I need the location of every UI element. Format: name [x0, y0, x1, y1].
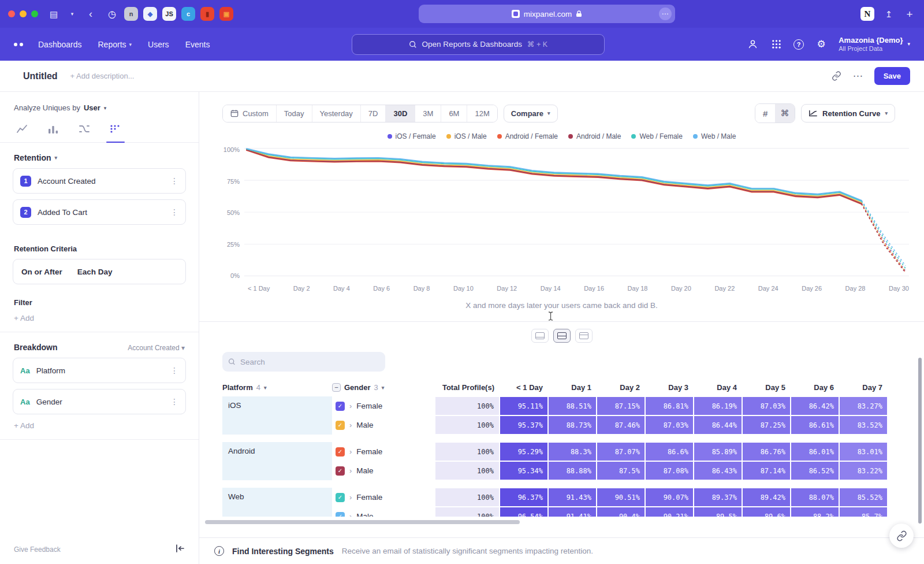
- window-controls[interactable]: [8, 10, 38, 17]
- gender-checkbox[interactable]: ✓: [336, 512, 345, 517]
- day-column-header[interactable]: Day 3: [645, 383, 694, 392]
- c-extension-icon[interactable]: c: [181, 7, 195, 21]
- retention-value-cell[interactable]: 83.01%: [839, 442, 888, 461]
- chevron-right-icon[interactable]: ›: [349, 421, 352, 429]
- report-title[interactable]: Untitled: [23, 71, 58, 81]
- day-column-header[interactable]: < 1 Day: [500, 383, 548, 392]
- day-column-header[interactable]: Day 4: [694, 383, 742, 392]
- range-6m[interactable]: 6M: [441, 105, 467, 122]
- compare-button[interactable]: Compare▾: [504, 105, 558, 123]
- tab-funnels-icon[interactable]: [46, 120, 60, 142]
- gender-column-header[interactable]: –Gender3▾: [332, 383, 435, 392]
- nav-item-events[interactable]: Events: [185, 40, 210, 49]
- cube-extension-icon[interactable]: ◆: [143, 7, 157, 21]
- day-column-header[interactable]: Day 5: [742, 383, 791, 392]
- filter-add-button[interactable]: + Add: [14, 314, 185, 322]
- breakdown-item-gender[interactable]: AaGender⋮: [13, 389, 186, 414]
- retention-value-cell[interactable]: 86.76%: [742, 442, 791, 461]
- day-column-header[interactable]: Day 2: [597, 383, 645, 392]
- share-icon[interactable]: ↥: [882, 8, 895, 20]
- legend-item[interactable]: iOS / Female: [388, 132, 436, 140]
- range-30d[interactable]: 30D: [386, 105, 415, 122]
- retention-section-heading[interactable]: Retention▾: [14, 153, 185, 162]
- retention-value-cell[interactable]: 86.52%: [791, 461, 839, 480]
- legend-item[interactable]: iOS / Male: [446, 132, 487, 140]
- chevron-down-icon[interactable]: ▾: [66, 8, 79, 20]
- retention-value-cell[interactable]: 86.01%: [791, 442, 839, 461]
- n-extension-icon[interactable]: n: [124, 7, 138, 21]
- gender-checkbox[interactable]: ✓: [336, 421, 345, 430]
- range-12m[interactable]: 12M: [467, 105, 497, 122]
- breakdown-add-button[interactable]: + Add: [14, 421, 185, 430]
- table-search-input[interactable]: [240, 358, 379, 366]
- retention-value-cell[interactable]: 90.4%: [597, 507, 645, 517]
- retention-value-cell[interactable]: 83.27%: [839, 396, 888, 415]
- chevron-right-icon[interactable]: ›: [349, 447, 352, 456]
- retention-value-cell[interactable]: 86.42%: [791, 396, 839, 415]
- split-rows-view-icon[interactable]: [553, 329, 571, 343]
- copy-link-icon[interactable]: [832, 71, 841, 81]
- chevron-right-icon[interactable]: ›: [349, 512, 352, 517]
- table-search[interactable]: [222, 352, 385, 372]
- retention-value-cell[interactable]: 89.5%: [694, 507, 742, 517]
- clock-extension-icon[interactable]: ◷: [105, 7, 119, 21]
- retention-value-cell[interactable]: 90.21%: [645, 507, 694, 517]
- kebab-menu-icon[interactable]: ⋮: [170, 176, 178, 185]
- red-app-extension-icon[interactable]: ▣: [219, 7, 233, 21]
- gender-checkbox[interactable]: ✓: [336, 493, 345, 502]
- analyze-uniques-row[interactable]: Analyze Uniques by User ▾: [0, 92, 199, 118]
- retention-value-cell[interactable]: 86.81%: [645, 396, 694, 415]
- breakdown-applies-to[interactable]: Account Created ▾: [128, 344, 185, 352]
- retention-value-cell[interactable]: 90.07%: [645, 488, 694, 507]
- retention-value-cell[interactable]: 85.52%: [839, 488, 888, 507]
- retention-value-cell[interactable]: 88.73%: [548, 415, 597, 435]
- demo-user-icon[interactable]: [746, 38, 759, 51]
- retention-value-cell[interactable]: 87.14%: [742, 461, 791, 480]
- retention-value-cell[interactable]: 86.44%: [694, 415, 742, 435]
- new-tab-icon[interactable]: +: [903, 8, 916, 20]
- indeterminate-checkbox[interactable]: –: [332, 383, 341, 392]
- retention-value-cell[interactable]: 87.07%: [597, 442, 645, 461]
- kebab-menu-icon[interactable]: ⋮: [170, 366, 178, 375]
- retention-value-cell[interactable]: 86.19%: [694, 396, 742, 415]
- retention-value-cell[interactable]: 87.46%: [597, 415, 645, 435]
- retention-value-cell[interactable]: 95.34%: [500, 461, 548, 480]
- day-column-header[interactable]: Day 7: [839, 383, 888, 392]
- retention-value-cell[interactable]: 95.11%: [500, 396, 548, 415]
- gender-checkbox[interactable]: ✓: [336, 466, 345, 476]
- back-icon[interactable]: ‹: [84, 8, 97, 20]
- retention-value-cell[interactable]: 90.51%: [597, 488, 645, 507]
- project-switcher[interactable]: Amazonia {Demo} All Project Data ▾: [839, 36, 910, 53]
- keyboard-command-icon[interactable]: ⌘: [775, 104, 795, 123]
- platform-column-header[interactable]: Platform4▾: [222, 383, 332, 392]
- retention-value-cell[interactable]: 83.52%: [839, 415, 888, 435]
- orange-app-extension-icon[interactable]: ▮: [200, 7, 214, 21]
- chart-style-dropdown[interactable]: Retention Curve▾: [801, 104, 895, 123]
- nav-item-dashboards[interactable]: Dashboards: [38, 40, 82, 49]
- single-row-view-icon[interactable]: [531, 329, 549, 343]
- retention-step-2[interactable]: 2Added To Cart⋮: [13, 199, 186, 225]
- kebab-menu-icon[interactable]: ⋮: [170, 207, 178, 217]
- minimize-window-icon[interactable]: [20, 10, 27, 17]
- day-column-header[interactable]: Day 6: [791, 383, 839, 392]
- retention-value-cell[interactable]: 89.42%: [742, 488, 791, 507]
- retention-step-1[interactable]: 1Account Created⋮: [13, 168, 186, 194]
- retention-value-cell[interactable]: 86.43%: [694, 461, 742, 480]
- retention-value-cell[interactable]: 87.25%: [742, 415, 791, 435]
- retention-value-cell[interactable]: 89.37%: [694, 488, 742, 507]
- url-more-icon[interactable]: ⋯: [659, 8, 672, 20]
- save-button[interactable]: Save: [874, 67, 910, 85]
- url-bar[interactable]: mixpanel.com ⋯: [419, 5, 675, 23]
- help-icon[interactable]: ?: [793, 39, 804, 50]
- retention-value-cell[interactable]: 87.03%: [742, 396, 791, 415]
- legend-item[interactable]: Android / Female: [497, 132, 558, 140]
- range-custom[interactable]: Custom: [223, 105, 277, 122]
- range-today[interactable]: Today: [277, 105, 312, 122]
- retention-value-cell[interactable]: 83.22%: [839, 461, 888, 480]
- close-window-icon[interactable]: [8, 10, 15, 17]
- collapse-sidebar-icon[interactable]: [176, 544, 185, 555]
- retention-line-chart[interactable]: [244, 145, 909, 283]
- segments-title[interactable]: Find Interesting Segments: [232, 547, 334, 556]
- notion-icon[interactable]: N: [860, 7, 874, 21]
- retention-value-cell[interactable]: 96.37%: [500, 488, 548, 507]
